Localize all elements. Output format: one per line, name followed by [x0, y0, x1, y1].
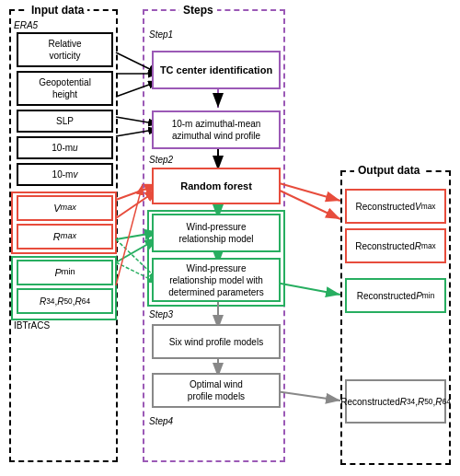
step2-label: Step2 — [149, 155, 173, 165]
wind-pressure2-box: Wind-pressurerelationship model withdete… — [152, 258, 281, 302]
svg-line-24 — [276, 391, 340, 401]
svg-line-21 — [276, 182, 340, 201]
geopotential-box: Geopotentialheight — [17, 71, 113, 106]
vmax-box: Vmax — [17, 195, 113, 221]
rmax-box: Rmax — [17, 224, 113, 250]
step1-label: Step1 — [149, 29, 173, 40]
tc-center-box: TC center identification — [152, 51, 281, 89]
slp-box: SLP — [17, 110, 113, 133]
output-title: Output data — [354, 164, 423, 177]
relative-vorticity-box: Relativevorticity — [17, 32, 113, 67]
steps-title: Steps — [179, 4, 217, 17]
recon-vmax-box: Reconstructed Vmax — [345, 189, 446, 224]
svg-line-25 — [116, 184, 143, 285]
step3-label: Step3 — [149, 309, 173, 319]
r-radii-box: R34, R50, R64 — [17, 288, 113, 314]
random-forest-box: Random forest — [152, 168, 281, 204]
wind-u-box: 10-m u — [17, 136, 113, 159]
wind-v-box: 10-m v — [17, 163, 113, 186]
wind-pressure1-box: Wind-pressurerelationship model — [152, 214, 281, 252]
recon-radii-box: Reconstructed R34,R50, R64 — [345, 379, 446, 424]
recon-rmax-box: Reconstructed Rmax — [345, 228, 446, 263]
pmin-box: Pmin — [17, 260, 113, 285]
svg-line-22 — [276, 189, 340, 219]
six-wind-box: Six wind profile models — [152, 324, 281, 359]
azimuthal-box: 10-m azimuthal-meanazimuthal wind profil… — [152, 110, 281, 149]
input-title: Input data — [28, 4, 87, 17]
era5-label: ERA5 — [14, 20, 38, 30]
diagram: Input data ERA5 Relativevorticity Geopot… — [0, 0, 460, 476]
step4-label: Step4 — [149, 416, 173, 426]
svg-line-23 — [276, 283, 340, 295]
optimal-wind-box: Optimal windprofile models — [152, 373, 281, 408]
recon-pmin-box: Reconstructed Pmin — [345, 278, 446, 313]
ibtracs-label: IBTrACS — [14, 320, 50, 331]
